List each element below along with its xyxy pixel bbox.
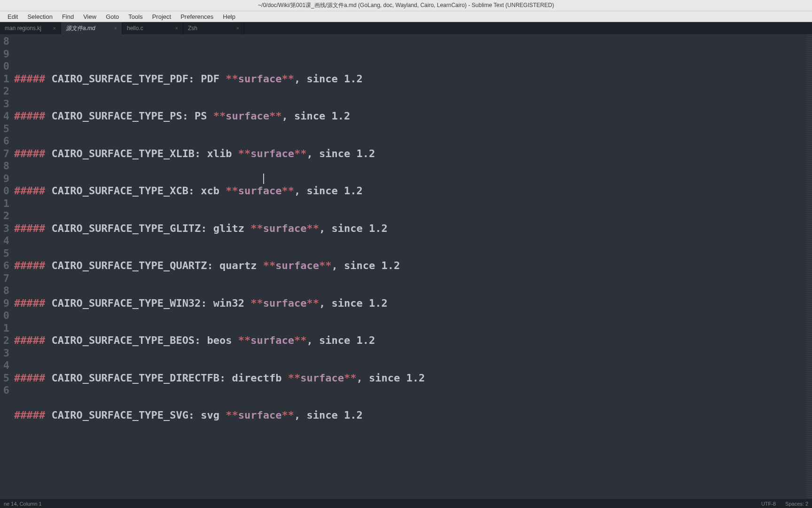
tab-source-file-md[interactable]: 源文件a.md × <box>61 22 122 34</box>
menu-selection[interactable]: Selection <box>23 12 57 21</box>
line-number: 1 <box>0 198 9 210</box>
code-line[interactable] <box>14 397 804 410</box>
editor-content[interactable]: ##### CAIRO_SURFACE_TYPE_PDF: PDF **surf… <box>9 34 804 499</box>
close-icon[interactable]: × <box>110 25 117 31</box>
tab-man-regions[interactable]: man regions.kj × <box>0 22 61 34</box>
tab-label: hello.c <box>127 25 143 32</box>
code-line[interactable] <box>14 123 804 135</box>
menu-find[interactable]: Find <box>57 12 78 21</box>
code-line[interactable] <box>14 285 804 297</box>
line-number: 0 <box>0 185 9 198</box>
menu-preferences[interactable]: Preferences <box>176 12 218 21</box>
code-line[interactable]: ##### CAIRO_SURFACE_TYPE_GLITZ: glitz **… <box>14 222 804 235</box>
text-cursor-icon <box>263 174 264 184</box>
code-line[interactable]: ##### CAIRO_SURFACE_TYPE_QUARTZ: quartz … <box>14 260 804 272</box>
line-number: 2 <box>0 334 9 347</box>
code-line[interactable] <box>14 347 804 360</box>
line-number: 0 <box>0 310 9 322</box>
code-line[interactable]: ##### CAIRO_SURFACE_TYPE_PS: PS **surfac… <box>14 110 804 123</box>
code-line[interactable] <box>14 198 804 210</box>
close-icon[interactable]: × <box>233 25 239 31</box>
tab-label: Zsh <box>188 25 197 32</box>
line-number: 4 <box>0 110 9 123</box>
title-bar: ~/0/doc/Wiki/第001课_画线/源文件a.md (GoLang, d… <box>0 0 812 11</box>
menu-project[interactable]: Project <box>148 12 176 21</box>
line-number: 1 <box>0 73 9 86</box>
status-bar: ne 14, Column 1 UTF-8 Spaces: 2 <box>0 499 812 508</box>
close-icon[interactable]: × <box>172 25 178 31</box>
tab-hello-c[interactable]: hello.c × <box>122 22 183 34</box>
menu-bar[interactable]: File Edit Selection Find View Goto Tools… <box>0 11 812 22</box>
menu-edit[interactable]: Edit <box>3 12 23 21</box>
line-number: 9 <box>0 173 9 185</box>
code-line[interactable]: ##### CAIRO_SURFACE_TYPE_PDF: PDF **surf… <box>14 73 804 86</box>
line-number: 3 <box>0 347 9 360</box>
code-line[interactable]: ##### CAIRO_SURFACE_TYPE_BEOS: beos **su… <box>14 334 804 347</box>
tab-label: 源文件a.md <box>66 24 95 32</box>
line-number: 5 <box>0 372 9 385</box>
line-number: 5 <box>0 123 9 135</box>
status-spaces[interactable]: Spaces: 2 <box>785 501 808 507</box>
code-line[interactable] <box>14 359 804 372</box>
line-number: 6 <box>0 384 9 397</box>
line-number: 9 <box>0 297 9 310</box>
line-number: 1 <box>0 322 9 335</box>
line-number: 8 <box>0 285 9 297</box>
minimap[interactable] <box>804 34 812 499</box>
tab-zsh[interactable]: Zsh × <box>183 22 244 34</box>
code-line[interactable] <box>14 247 804 260</box>
code-line[interactable] <box>14 272 804 285</box>
menu-tools[interactable]: Tools <box>124 12 147 21</box>
line-number: 2 <box>0 210 9 222</box>
line-number: 7 <box>0 272 9 285</box>
close-icon[interactable]: × <box>49 25 56 31</box>
code-line[interactable]: ##### CAIRO_SURFACE_TYPE_WIN32: win32 **… <box>14 297 804 310</box>
tab-label: man regions.kj <box>5 25 41 32</box>
line-number: 7 <box>0 148 9 160</box>
line-number: 3 <box>0 98 9 111</box>
code-line[interactable] <box>14 310 804 322</box>
tab-bar: man regions.kj × 源文件a.md × hello.c × Zsh… <box>0 22 812 34</box>
menu-goto[interactable]: Goto <box>101 12 124 21</box>
code-line[interactable] <box>14 384 804 397</box>
code-line[interactable]: ##### CAIRO_SURFACE_TYPE_XLIB: xlib **su… <box>14 148 804 160</box>
line-number: 5 <box>0 247 9 260</box>
line-number: 8 <box>0 35 9 48</box>
menu-help[interactable]: Help <box>218 12 240 21</box>
line-number-gutter: 89012345678901234567890123456 <box>0 34 9 499</box>
code-line[interactable] <box>14 135 804 148</box>
status-position[interactable]: ne 14, Column 1 <box>4 501 761 507</box>
code-line[interactable] <box>14 235 804 247</box>
code-line[interactable]: ##### CAIRO_SURFACE_TYPE_XCB: xcb **surf… <box>14 185 804 198</box>
line-number: 3 <box>0 222 9 235</box>
line-number: 0 <box>0 60 9 73</box>
code-line[interactable]: ##### CAIRO_SURFACE_TYPE_DIRECTFB: direc… <box>14 372 804 385</box>
line-number: 4 <box>0 359 9 372</box>
line-number: 2 <box>0 85 9 98</box>
code-line[interactable] <box>14 210 804 222</box>
line-number: 6 <box>0 260 9 272</box>
code-line[interactable] <box>14 85 804 98</box>
window-title: ~/0/doc/Wiki/第001课_画线/源文件a.md (GoLang, d… <box>258 1 554 9</box>
code-line[interactable] <box>14 160 804 173</box>
code-line[interactable] <box>14 173 804 185</box>
line-number: 4 <box>0 235 9 247</box>
line-number: 9 <box>0 48 9 61</box>
line-number: 6 <box>0 135 9 148</box>
code-line[interactable] <box>14 98 804 111</box>
line-number: 8 <box>0 160 9 173</box>
code-line[interactable]: ##### CAIRO_SURFACE_TYPE_SVG: svg **surf… <box>14 409 804 422</box>
status-encoding[interactable]: UTF-8 <box>761 501 776 507</box>
code-line[interactable] <box>14 322 804 335</box>
editor-container: 89012345678901234567890123456 ##### CAIR… <box>0 34 812 499</box>
menu-view[interactable]: View <box>78 12 101 21</box>
code-line[interactable] <box>14 422 804 435</box>
